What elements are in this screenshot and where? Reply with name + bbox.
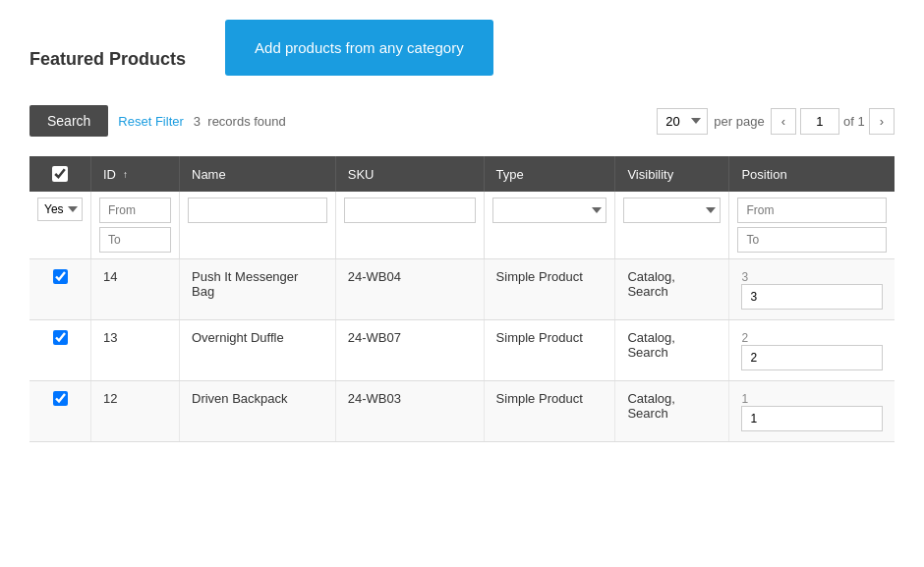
row-type-2: Simple Product [484,381,615,442]
row-name-1: Overnight Duffle [180,320,336,381]
page-wrapper: Featured Products Add products from any … [0,0,924,567]
row-position-0: 3 [729,259,895,320]
th-id-label: ID [103,167,116,182]
row-checkbox-0[interactable] [53,269,68,284]
table-header-row: ID ↑ Name SKU Type Visibility Position [29,156,895,192]
id-to-input[interactable] [99,227,171,253]
position-input-0[interactable] [741,284,883,310]
filter-position-cell [729,192,895,259]
records-label: records found [207,114,286,129]
per-page-label: per page [714,114,764,129]
records-found: 3 records found [194,114,286,129]
next-page-button[interactable]: › [869,108,895,135]
row-sku-1: 24-WB07 [335,320,484,381]
visibility-filter-select[interactable]: Catalog, Search Search Catalog Not Visib… [623,198,721,223]
sku-filter-input[interactable] [344,198,476,223]
row-visibility-1: Catalog, Search [615,320,729,381]
filter-type-cell: Simple Product Configurable Product [484,192,615,259]
table-row: 13 Overnight Duffle 24-WB07 Simple Produ… [29,320,895,381]
row-sku-0: 24-WB04 [335,259,484,320]
row-id-0: 14 [91,259,180,320]
th-visibility: Visibility [615,156,729,192]
current-page-input[interactable] [800,108,839,135]
name-filter-input[interactable] [188,198,327,223]
row-checkbox-cell [29,259,91,320]
prev-page-button[interactable]: ‹ [771,108,796,135]
position-input-2[interactable] [741,406,883,431]
th-type: Type [484,156,615,192]
th-name: Name [180,156,336,192]
row-sku-2: 24-WB03 [335,381,484,442]
table-row: 14 Push It Messenger Bag 24-WB04 Simple … [29,259,895,320]
row-checkbox-cell [29,320,91,381]
th-id: ID ↑ [91,156,180,192]
type-filter-select[interactable]: Simple Product Configurable Product [492,198,607,223]
row-id-2: 12 [91,381,180,442]
total-pages: of 1 [843,114,865,129]
id-from-input[interactable] [99,198,171,223]
pagination: ‹ of 1 › [771,108,895,135]
filter-visibility-cell: Catalog, Search Search Catalog Not Visib… [615,192,729,259]
row-name-0: Push It Messenger Bag [180,259,336,320]
search-button[interactable]: Search [29,105,108,137]
filter-name-cell [180,192,336,259]
sort-arrow-icon: ↑ [123,169,128,180]
add-category-button[interactable]: Add products from any category [225,20,493,76]
table-row: 12 Driven Backpack 24-WB03 Simple Produc… [29,381,895,442]
filter-sku-cell [335,192,484,259]
row-visibility-2: Catalog, Search [615,381,729,442]
filter-row: Yes No [29,192,895,259]
row-position-1: 2 [729,320,895,381]
top-section: Featured Products Add products from any … [29,20,895,76]
row-checkbox-1[interactable] [53,330,68,345]
position-input-1[interactable] [741,345,883,370]
row-name-2: Driven Backpack [180,381,336,442]
per-page-select[interactable]: 20 50 100 [657,108,708,135]
records-count: 3 [194,114,201,129]
row-visibility-0: Catalog, Search [615,259,729,320]
row-position-2: 1 [729,381,895,442]
row-id-1: 13 [91,320,180,381]
filter-id-cell [91,192,180,259]
products-table: ID ↑ Name SKU Type Visibility Position Y… [29,156,895,442]
row-type-0: Simple Product [484,259,615,320]
th-checkbox [29,156,91,192]
toolbar: Search Reset Filter 3 records found 20 5… [29,95,895,146]
position-from-input[interactable] [737,198,887,223]
th-sku: SKU [335,156,484,192]
position-to-input[interactable] [737,227,887,253]
select-all-checkbox[interactable] [52,166,68,182]
row-checkbox-2[interactable] [53,391,68,406]
per-page-section: 20 50 100 per page ‹ of 1 › [657,108,895,135]
checkbox-filter-select[interactable]: Yes No [37,198,83,221]
th-position: Position [729,156,895,192]
filter-checkbox-cell: Yes No [29,192,91,259]
page-title: Featured Products [29,49,186,70]
reset-filter-link[interactable]: Reset Filter [118,114,183,129]
row-type-1: Simple Product [484,320,615,381]
row-checkbox-cell [29,381,91,442]
